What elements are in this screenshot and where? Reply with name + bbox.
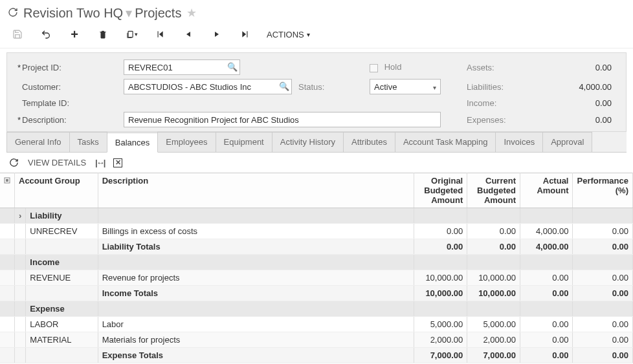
row-handle[interactable] xyxy=(0,255,15,270)
row-handle[interactable] xyxy=(0,348,15,363)
table-row[interactable]: ›Liability xyxy=(0,208,633,224)
chevron-down-icon: ▾ xyxy=(126,5,132,21)
actions-menu-button[interactable]: ACTIONS ▾ xyxy=(267,30,310,39)
first-record-icon[interactable] xyxy=(153,27,167,41)
tab-invoices[interactable]: Invoices xyxy=(495,132,543,152)
cell-account-group: Liability xyxy=(26,208,98,224)
cell-actual xyxy=(520,255,573,270)
cell-actual: 0.00 xyxy=(520,286,573,301)
label-status: Status: xyxy=(298,82,370,92)
last-record-icon[interactable] xyxy=(238,27,252,41)
hold-checkbox[interactable] xyxy=(370,64,378,72)
cell-orig: 0.00 xyxy=(414,239,467,255)
table-row[interactable]: Expense xyxy=(0,301,633,317)
expand-icon xyxy=(15,348,26,363)
row-handle[interactable] xyxy=(0,317,15,332)
prev-record-icon[interactable] xyxy=(181,27,195,41)
cell-account-group: MATERIAL xyxy=(26,332,98,348)
table-row[interactable]: Income xyxy=(0,255,633,270)
add-icon[interactable]: + xyxy=(67,27,82,41)
table-row[interactable]: Expense Totals7,000.007,000.000.000.00 xyxy=(0,348,633,363)
undo-icon[interactable] xyxy=(39,27,53,41)
value-expenses: 0.00 xyxy=(551,115,616,125)
row-handle[interactable] xyxy=(0,332,15,348)
expand-icon xyxy=(15,270,26,286)
tab-general-info[interactable]: General Info xyxy=(6,132,70,152)
delete-icon[interactable] xyxy=(96,27,110,41)
row-handle[interactable] xyxy=(0,270,15,286)
form-panel: *Project ID: 🔍 Hold Assets: 0.00 *Custom… xyxy=(6,52,627,132)
label-template-id: *Template ID: xyxy=(14,98,124,108)
view-details-button[interactable]: VIEW DETAILS xyxy=(28,158,86,167)
table-row[interactable]: MATERIALMaterials for projects2,000.002,… xyxy=(0,332,633,348)
breadcrumb-company[interactable]: Revision Two HQ xyxy=(23,6,123,21)
cell-account-group xyxy=(26,286,98,301)
cell-actual: 4,000.00 xyxy=(520,239,573,255)
col-current[interactable]: CurrentBudgetedAmount xyxy=(467,173,520,208)
cell-perf xyxy=(573,255,633,270)
customer-input[interactable] xyxy=(124,79,292,94)
project-id-input[interactable] xyxy=(124,59,240,75)
table-row[interactable]: UNRECREVBillings in excess of costs0.000… xyxy=(0,224,633,239)
tab-account-task-mapping[interactable]: Account Task Mapping xyxy=(395,132,496,152)
col-original[interactable]: OriginalBudgetedAmount xyxy=(414,173,467,208)
col-actual[interactable]: ActualAmount xyxy=(520,173,573,208)
clipboard-icon[interactable]: ▾ xyxy=(124,27,139,41)
tab-employees[interactable]: Employees xyxy=(157,132,216,152)
refresh-grid-icon[interactable] xyxy=(9,158,19,167)
tab-tasks[interactable]: Tasks xyxy=(69,132,107,152)
col-description[interactable]: Description xyxy=(98,173,414,208)
fit-columns-icon[interactable]: |↔| xyxy=(95,158,104,167)
cell-orig xyxy=(414,208,467,224)
description-input[interactable] xyxy=(124,112,441,127)
table-row[interactable]: Income Totals10,000.0010,000.000.000.00 xyxy=(0,286,633,301)
label-expenses: Expenses: xyxy=(467,115,551,125)
label-project-id: *Project ID: xyxy=(14,63,124,72)
tab-approval[interactable]: Approval xyxy=(542,132,592,152)
chevron-down-icon: ▾ xyxy=(433,84,436,91)
row-selector-header[interactable] xyxy=(0,173,15,208)
expand-icon xyxy=(15,332,26,348)
cell-actual xyxy=(520,301,573,317)
cell-perf xyxy=(573,208,633,224)
cell-curr xyxy=(467,301,520,317)
cell-perf: 0.00 xyxy=(573,332,633,348)
row-handle[interactable] xyxy=(0,224,15,239)
refresh-icon[interactable] xyxy=(8,7,18,19)
tab-equipment[interactable]: Equipment xyxy=(216,132,272,152)
export-icon[interactable]: ✕ xyxy=(113,158,122,167)
cell-curr: 0.00 xyxy=(467,239,520,255)
value-assets: 0.00 xyxy=(551,63,616,72)
actions-label: ACTIONS xyxy=(267,30,304,39)
search-icon[interactable]: 🔍 xyxy=(227,62,238,72)
tab-activity-history[interactable]: Activity History xyxy=(272,132,344,152)
cell-description xyxy=(98,208,414,224)
expand-icon[interactable]: › xyxy=(15,208,26,224)
cell-curr xyxy=(467,255,520,270)
cell-curr: 10,000.00 xyxy=(467,270,520,286)
cell-actual: 4,000.00 xyxy=(520,224,573,239)
table-row[interactable]: REVENUERevenue for projects10,000.0010,0… xyxy=(0,270,633,286)
cell-actual: 0.00 xyxy=(520,317,573,332)
cell-perf: 0.00 xyxy=(573,286,633,301)
cell-description: Billings in excess of costs xyxy=(98,224,414,239)
next-record-icon[interactable] xyxy=(210,27,224,41)
table-row[interactable]: Liability Totals0.000.004,000.000.00 xyxy=(0,239,633,255)
cell-actual: 0.00 xyxy=(520,332,573,348)
row-handle[interactable] xyxy=(0,301,15,317)
row-handle[interactable] xyxy=(0,239,15,255)
cell-account-group: REVENUE xyxy=(26,270,98,286)
tab-attributes[interactable]: Attributes xyxy=(343,132,395,152)
tab-balances[interactable]: Balances xyxy=(107,133,158,153)
cell-perf: 0.00 xyxy=(573,317,633,332)
star-icon[interactable]: ★ xyxy=(186,6,197,20)
row-handle[interactable] xyxy=(0,286,15,301)
col-account-group[interactable]: Account Group xyxy=(15,173,98,208)
table-row[interactable]: LABORLabor5,000.005,000.000.000.00 xyxy=(0,317,633,332)
cell-description: Income Totals xyxy=(98,286,414,301)
cell-account-group: Expense xyxy=(26,301,98,317)
search-icon[interactable]: 🔍 xyxy=(279,81,289,91)
row-handle[interactable] xyxy=(0,208,15,224)
col-performance[interactable]: Performance(%) xyxy=(573,173,633,208)
status-select[interactable]: Active ▾ xyxy=(370,79,441,94)
